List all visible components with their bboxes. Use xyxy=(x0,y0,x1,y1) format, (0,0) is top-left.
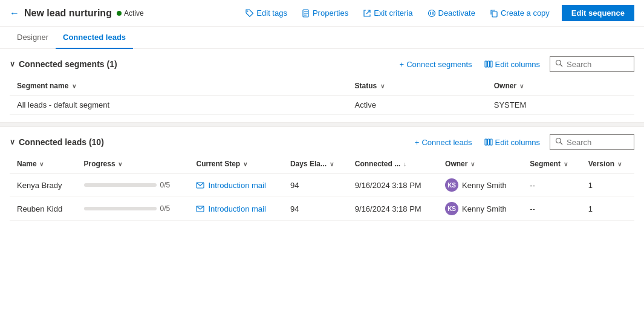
status-dot-icon xyxy=(117,11,122,16)
edit-columns-leads-button[interactable]: Edit columns xyxy=(482,135,542,149)
lead-version-cell: 1 xyxy=(581,197,634,221)
deactivate-button[interactable]: Deactivate xyxy=(425,6,478,20)
create-copy-button[interactable]: Create a copy xyxy=(487,6,552,20)
col-leads-connected-date[interactable]: Connected ... ↓ xyxy=(348,155,438,174)
segments-search-input[interactable] xyxy=(567,60,629,69)
leads-table-head: Name ∨Progress ∨Current Step ∨Days Ela..… xyxy=(10,155,634,174)
copy-icon xyxy=(490,9,498,18)
svg-rect-10 xyxy=(485,61,487,67)
segments-section-header: ∨ Connected segments (1) + Connect segme… xyxy=(10,56,634,72)
progress-bar-bg xyxy=(84,207,157,210)
svg-point-13 xyxy=(556,60,561,65)
edit-columns-leads-label: Edit columns xyxy=(495,138,540,147)
col-owner[interactable]: Owner ∨ xyxy=(487,77,634,96)
col-leads-segment[interactable]: Segment ∨ xyxy=(522,155,581,174)
segments-table-head: Segment name ∨ Status ∨ Owner ∨ xyxy=(10,77,634,96)
svg-point-18 xyxy=(556,138,561,143)
connect-leads-button[interactable]: + Connect leads xyxy=(412,135,475,149)
lead-name-cell: Reuben Kidd xyxy=(10,197,77,221)
lead-owner-cell: KS Kenny Smith xyxy=(438,197,522,221)
status-badge: Active xyxy=(117,9,144,18)
connect-segments-button[interactable]: + Connect segments xyxy=(397,57,475,71)
sort-current-step-icon: ∨ xyxy=(241,161,247,167)
sort-name-icon: ∨ xyxy=(38,161,44,167)
deactivate-label: Deactivate xyxy=(438,8,475,18)
lead-segment-cell: -- xyxy=(522,174,581,197)
lead-owner-cell: KS Kenny Smith xyxy=(438,174,522,197)
properties-button[interactable]: Properties xyxy=(299,6,351,20)
segments-title-text: Connected segments (1) xyxy=(19,59,117,69)
owner-cell: SYSTEM xyxy=(487,96,634,115)
col-leads-days-elapsed[interactable]: Days Ela... ∨ xyxy=(283,155,348,174)
create-copy-label: Create a copy xyxy=(501,8,550,18)
header: ← New lead nurturing Active Edit tags Pr… xyxy=(0,0,644,27)
segments-chevron-icon[interactable]: ∨ xyxy=(10,60,15,68)
svg-rect-9 xyxy=(492,11,497,17)
leads-chevron-icon[interactable]: ∨ xyxy=(10,138,15,146)
edit-columns-seg-label: Edit columns xyxy=(495,60,540,69)
segments-table: Segment name ∨ Status ∨ Owner ∨ All lead… xyxy=(10,77,634,115)
exit-criteria-label: Exit criteria xyxy=(374,8,412,18)
col-leads-owner[interactable]: Owner ∨ xyxy=(438,155,522,174)
svg-rect-16 xyxy=(487,139,489,145)
leads-table-container: Name ∨Progress ∨Current Step ∨Days Ela..… xyxy=(10,155,634,221)
owner-name: Kenny Smith xyxy=(462,204,507,213)
lead-connected-date-cell: 9/16/2024 3:18 PM xyxy=(348,197,438,221)
edit-tags-button[interactable]: Edit tags xyxy=(243,6,290,20)
leads-search-input[interactable] xyxy=(567,138,629,147)
lead-current-step-cell: Introduction mail xyxy=(189,197,282,221)
properties-icon xyxy=(302,9,310,18)
status-text: Active xyxy=(124,9,144,18)
leads-plus-icon: + xyxy=(415,138,420,147)
connect-leads-label: Connect leads xyxy=(421,138,472,147)
leads-search-box xyxy=(550,134,634,150)
edit-sequence-button[interactable]: Edit sequence xyxy=(562,5,634,21)
list-item: Kenya Brady 0/5 Introduction mail 94 9/1… xyxy=(10,174,634,197)
sort-connected-date-icon: ↓ xyxy=(402,161,406,167)
segments-table-body: All leads - default segment Active SYSTE… xyxy=(10,96,634,115)
svg-point-0 xyxy=(247,10,249,11)
leads-section: ∨ Connected leads (10) + Connect leads E… xyxy=(0,127,644,228)
segments-table-container: Segment name ∨ Status ∨ Owner ∨ All lead… xyxy=(10,77,634,115)
col-leads-current-step[interactable]: Current Step ∨ xyxy=(189,155,282,174)
progress-bar-bg xyxy=(84,183,157,187)
table-row: All leads - default segment Active SYSTE… xyxy=(10,96,634,115)
plus-icon: + xyxy=(400,60,405,69)
sort-days-elapsed-icon: ∨ xyxy=(328,161,334,167)
tag-icon xyxy=(246,9,254,18)
leads-title-text: Connected leads (10) xyxy=(19,137,104,147)
tab-bar: Designer Connected leads xyxy=(0,27,644,49)
col-status[interactable]: Status ∨ xyxy=(348,77,487,96)
svg-rect-17 xyxy=(490,139,492,145)
edit-columns-segments-button[interactable]: Edit columns xyxy=(482,57,542,71)
sort-status-icon: ∨ xyxy=(380,83,385,89)
svg-rect-11 xyxy=(487,61,489,67)
exit-criteria-icon xyxy=(363,9,371,18)
svg-rect-12 xyxy=(490,61,492,67)
col-leads-name[interactable]: Name ∨ xyxy=(10,155,77,174)
sort-segment-icon: ∨ xyxy=(562,161,568,167)
properties-label: Properties xyxy=(313,8,348,18)
email-icon xyxy=(196,182,204,189)
deactivate-icon xyxy=(428,9,436,18)
svg-line-14 xyxy=(561,65,563,67)
leads-search-icon xyxy=(555,137,563,147)
tab-connected-leads[interactable]: Connected leads xyxy=(56,27,133,49)
col-leads-progress[interactable]: Progress ∨ xyxy=(77,155,189,174)
lead-progress-cell: 0/5 xyxy=(77,197,189,221)
sort-progress-icon: ∨ xyxy=(117,161,123,167)
lead-days-elapsed-cell: 94 xyxy=(283,174,348,197)
lead-days-elapsed-cell: 94 xyxy=(283,197,348,221)
tab-designer[interactable]: Designer xyxy=(10,27,56,49)
svg-point-6 xyxy=(428,10,435,16)
edit-columns-leads-icon xyxy=(484,138,493,146)
col-segment-name[interactable]: Segment name ∨ xyxy=(10,77,348,96)
col-leads-version[interactable]: Version ∨ xyxy=(581,155,634,174)
leads-section-title: ∨ Connected leads (10) xyxy=(10,137,104,147)
exit-criteria-button[interactable]: Exit criteria xyxy=(360,6,415,20)
back-button[interactable]: ← xyxy=(10,8,19,19)
owner-name: Kenny Smith xyxy=(462,181,507,190)
leads-table-body: Kenya Brady 0/5 Introduction mail 94 9/1… xyxy=(10,174,634,221)
leads-section-header: ∨ Connected leads (10) + Connect leads E… xyxy=(10,134,634,150)
section-divider xyxy=(0,122,644,127)
